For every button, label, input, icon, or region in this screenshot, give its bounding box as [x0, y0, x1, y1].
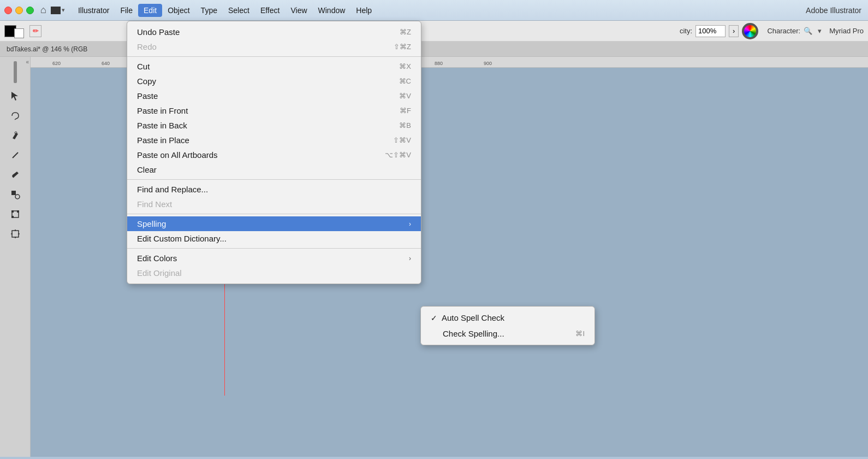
submenu-item-auto-spell-check[interactable]: ✓ Auto Spell Check [421, 310, 594, 326]
tool-paintbrush[interactable] [7, 166, 24, 184]
menu-item-edit-custom-dictionary-label: Edit Custom Dictionary... [137, 234, 227, 243]
menu-item-cut[interactable]: Cut ⌘X [127, 59, 421, 74]
svg-rect-7 [17, 210, 19, 213]
menu-item-paste-in-place-shortcut: ⇧⌘V [393, 136, 411, 144]
menu-item-paste-in-front[interactable]: Paste in Front ⌘F [127, 103, 421, 118]
svg-rect-6 [11, 210, 14, 213]
ruler-mark-640: 640 [102, 61, 110, 66]
menu-item-find-next[interactable]: Find Next [127, 197, 421, 211]
menu-item-undo-paste-label: Undo Paste [137, 27, 180, 37]
svg-rect-9 [12, 231, 19, 237]
menu-item-edit-original[interactable]: Edit Original [127, 266, 421, 280]
menu-item-find-and-replace-label: Find and Replace... [137, 185, 208, 194]
menu-item-paste-in-place[interactable]: Paste in Place ⇧⌘V [127, 133, 421, 148]
menu-item-paste-in-front-shortcut: ⌘F [400, 107, 411, 115]
menu-item-spelling-label: Spelling [137, 219, 166, 228]
menu-item-clear-label: Clear [137, 165, 157, 174]
menu-item-paste-in-back[interactable]: Paste in Back ⌘B [127, 118, 421, 133]
menu-item-copy-label: Copy [137, 76, 156, 86]
color-wheel-icon[interactable] [742, 23, 758, 39]
menu-item-paste-in-front-label: Paste in Front [137, 106, 188, 115]
menu-item-edit-original-label: Edit Original [137, 268, 182, 278]
svg-marker-0 [11, 92, 18, 101]
pencil-icon[interactable]: ✏ [29, 25, 41, 37]
stroke-color-swatch[interactable] [14, 28, 24, 38]
menu-item-paste[interactable]: Paste ⌘V [127, 89, 421, 103]
auto-spell-check-label: Auto Spell Check [442, 313, 504, 322]
menu-item-redo-shortcut: ⇧⌘Z [394, 43, 411, 51]
menu-object[interactable]: Object [162, 4, 195, 17]
workspace-icon[interactable]: ▾ [51, 7, 65, 14]
search-icon[interactable]: 🔍 [804, 27, 812, 35]
menu-edit[interactable]: Edit [138, 4, 162, 17]
menu-item-undo-paste[interactable]: Undo Paste ⌘Z [127, 25, 421, 39]
menu-item-paste-shortcut: ⌘V [399, 92, 411, 100]
home-icon[interactable]: ⌂ [40, 4, 46, 16]
menu-item-paste-in-back-label: Paste in Back [137, 121, 187, 130]
menu-item-cut-label: Cut [137, 62, 150, 71]
edit-dropdown-menu: Undo Paste ⌘Z Redo ⇧⌘Z Cut ⌘X Copy ⌘C Pa… [127, 21, 421, 284]
submenu-item-check-spelling[interactable]: Check Spelling... ⌘I [421, 326, 594, 342]
menu-item-find-and-replace[interactable]: Find and Replace... [127, 182, 421, 197]
menu-item-paste-label: Paste [137, 91, 158, 101]
ruler-mark-620: 620 [52, 61, 61, 66]
separator-1 [127, 56, 421, 57]
menu-illustrator[interactable]: Illustrator [73, 4, 115, 17]
menu-item-spelling[interactable]: Spelling › [127, 216, 421, 231]
document-title: bdTakes.ai* @ 146 % (RGB [7, 45, 87, 53]
menu-item-clear[interactable]: Clear [127, 162, 421, 177]
menu-type[interactable]: Type [195, 4, 223, 17]
svg-rect-3 [11, 191, 16, 195]
separator-4 [127, 248, 421, 249]
menu-view[interactable]: View [285, 4, 312, 17]
menu-item-cut-shortcut: ⌘X [399, 62, 411, 70]
tool-pen[interactable] [7, 127, 24, 144]
menu-item-paste-on-all-artboards[interactable]: Paste on All Artboards ⌥⇧⌘V [127, 148, 421, 162]
opacity-expand-button[interactable]: › [729, 25, 739, 37]
check-spelling-label: Check Spelling... [443, 329, 504, 338]
tool-artboard[interactable] [7, 225, 24, 243]
tool-select[interactable] [7, 87, 24, 105]
menu-item-find-next-label: Find Next [137, 199, 172, 209]
tool-lasso[interactable] [7, 107, 24, 125]
menu-item-paste-on-all-artboards-shortcut: ⌥⇧⌘V [385, 151, 411, 159]
menu-item-edit-colors[interactable]: Edit Colors › [127, 251, 421, 266]
menu-item-undo-paste-shortcut: ⌘Z [400, 28, 411, 36]
menu-file[interactable]: File [115, 4, 138, 17]
close-button[interactable] [4, 7, 12, 14]
ruler-mark-900: 900 [484, 61, 492, 66]
menu-item-copy[interactable]: Copy ⌘C [127, 74, 421, 89]
maximize-button[interactable] [26, 7, 34, 14]
menu-effect[interactable]: Effect [255, 4, 286, 17]
ruler-left [14, 61, 17, 83]
menu-item-redo[interactable]: Redo ⇧⌘Z [127, 39, 421, 54]
sidebar-collapse-icon[interactable]: « [26, 59, 29, 65]
menu-window[interactable]: Window [313, 4, 351, 17]
app-label: Adobe Illustrator [806, 0, 861, 21]
edit-colors-submenu-arrow: › [409, 255, 411, 262]
menu-item-paste-in-place-label: Paste in Place [137, 136, 189, 145]
separator-3 [127, 214, 421, 214]
opacity-input[interactable] [695, 25, 726, 37]
opacity-label: city: [680, 27, 692, 35]
menu-select[interactable]: Select [223, 4, 255, 17]
menu-item-paste-in-back-shortcut: ⌘B [399, 121, 411, 130]
minimize-button[interactable] [15, 7, 23, 14]
tool-transform[interactable] [7, 205, 24, 223]
check-spelling-shortcut: ⌘I [575, 329, 585, 338]
menu-help[interactable]: Help [350, 4, 377, 17]
separator-2 [127, 179, 421, 180]
character-label: Character: [767, 27, 800, 35]
menubar: ⌂ ▾ Illustrator File Edit Object Type Se… [0, 0, 868, 21]
character-dropdown-icon[interactable]: ▾ [818, 27, 822, 35]
tool-shape-builder[interactable] [7, 186, 24, 203]
menu-item-redo-label: Redo [137, 42, 157, 51]
menu-item-edit-custom-dictionary[interactable]: Edit Custom Dictionary... [127, 231, 421, 246]
tool-pencil[interactable] [7, 146, 24, 164]
traffic-lights [4, 7, 34, 14]
svg-rect-8 [11, 216, 14, 218]
spelling-submenu: ✓ Auto Spell Check Check Spelling... ⌘I [420, 306, 595, 345]
spelling-submenu-arrow: › [409, 220, 411, 228]
menu-item-paste-on-all-artboards-label: Paste on All Artboards [137, 150, 218, 160]
menu-item-edit-colors-label: Edit Colors [137, 254, 177, 263]
